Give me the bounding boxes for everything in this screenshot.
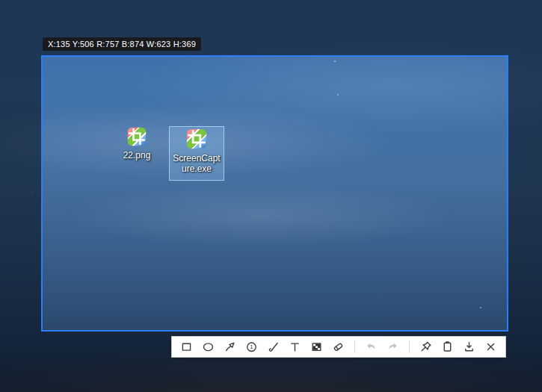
arrow-tool-icon[interactable]	[219, 337, 241, 357]
desktop-icon-label: 22.png	[123, 150, 151, 161]
selection-info-label: X:135 Y:506 R:757 B:874 W:623 H:369	[43, 37, 201, 51]
step-number-tool-icon[interactable]: 1	[241, 337, 262, 357]
desktop-icon-22png[interactable]: 22.png	[112, 127, 161, 161]
eraser-tool-icon[interactable]	[327, 337, 349, 357]
capture-toolbar: 1	[171, 336, 506, 358]
undo-icon[interactable]	[360, 337, 382, 357]
desktop-icon-label: ScreenCapture.exe	[172, 153, 221, 174]
screencapture-app-icon	[127, 127, 147, 146]
pin-icon[interactable]	[415, 337, 437, 357]
mosaic-tool-icon[interactable]	[306, 337, 327, 357]
save-icon[interactable]	[458, 337, 480, 357]
text-tool-icon[interactable]	[284, 337, 306, 357]
redo-icon[interactable]	[382, 337, 404, 357]
rectangle-tool-icon[interactable]	[176, 337, 197, 357]
close-icon[interactable]	[480, 337, 502, 357]
pen-tool-icon[interactable]	[262, 337, 284, 357]
toolbar-separator	[354, 340, 355, 353]
svg-text:1: 1	[250, 343, 253, 350]
toolbar-separator	[409, 340, 410, 353]
screen: 22.png	[0, 0, 542, 392]
screencapture-app-icon	[186, 128, 207, 149]
clipboard-icon[interactable]	[437, 337, 458, 357]
capture-selection-region[interactable]: 22.png	[41, 55, 508, 332]
desktop-icon-screencapture-exe[interactable]: ScreenCapture.exe	[169, 126, 224, 181]
ellipse-tool-icon[interactable]	[197, 337, 219, 357]
